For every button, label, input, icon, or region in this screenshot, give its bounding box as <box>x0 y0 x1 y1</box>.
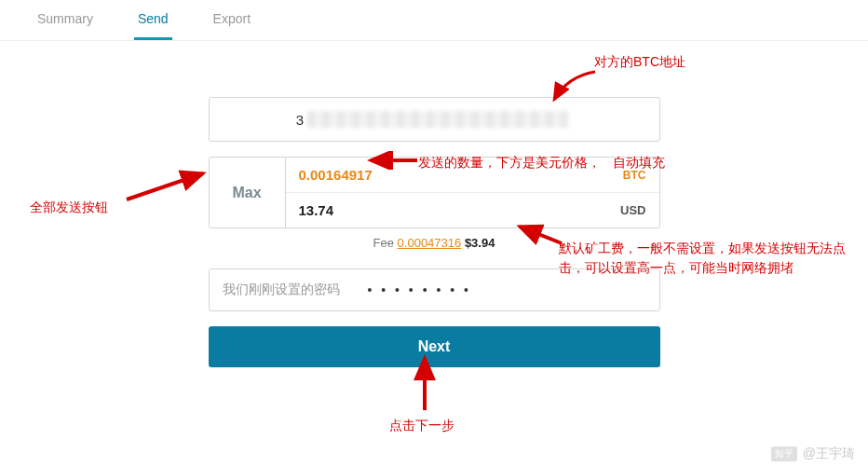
anno-next: 点击下一步 <box>389 418 454 434</box>
svg-line-1 <box>127 173 203 200</box>
watermark-author: @王宇琦 <box>803 446 855 462</box>
address-input[interactable]: 3 <box>209 97 660 142</box>
next-button[interactable]: Next <box>209 326 660 367</box>
tab-export[interactable]: Export <box>210 11 254 40</box>
password-dots: • • • • • • • • <box>368 282 471 297</box>
arrow-to-max <box>121 168 210 205</box>
fee-line[interactable]: Fee 0.00047316 $3.94 <box>209 236 660 250</box>
send-form: 3 Max 0.00164917 BTC 13.74 USD Fee 0.000… <box>209 97 660 367</box>
fee-label: Fee <box>373 236 394 250</box>
password-note: 我们刚刚设置的密码 <box>223 282 340 298</box>
password-input[interactable]: 我们刚刚设置的密码 • • • • • • • • <box>209 268 660 311</box>
btc-amount-value: 0.00164917 <box>299 167 373 183</box>
amount-row: Max 0.00164917 BTC 13.74 USD <box>209 157 660 228</box>
anno-address: 对方的BTC地址 <box>594 54 685 71</box>
tab-send[interactable]: Send <box>134 11 172 40</box>
address-obscured <box>307 111 568 128</box>
usd-amount-value: 13.74 <box>299 202 334 218</box>
tab-summary[interactable]: Summary <box>34 11 97 40</box>
fee-usd: $3.94 <box>465 236 495 250</box>
zhihu-icon: 知乎 <box>771 447 797 461</box>
anno-max: 全部发送按钮 <box>30 200 108 216</box>
watermark: 知乎 @王宇琦 <box>771 446 855 462</box>
amount-usd-display: 13.74 USD <box>286 193 659 227</box>
amount-btc-input[interactable]: 0.00164917 BTC <box>286 158 659 193</box>
tabs-bar: Summary Send Export <box>0 0 868 41</box>
max-button[interactable]: Max <box>210 158 286 227</box>
amount-stack: 0.00164917 BTC 13.74 USD <box>286 158 659 227</box>
usd-currency-label: USD <box>620 203 645 217</box>
fee-btc: 0.00047316 <box>398 236 462 250</box>
btc-currency-label: BTC <box>623 169 646 182</box>
address-value: 3 <box>296 111 572 128</box>
